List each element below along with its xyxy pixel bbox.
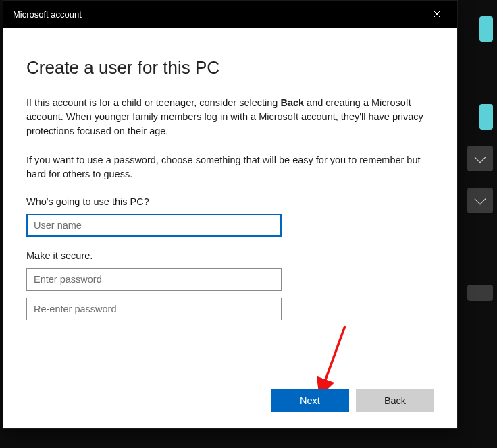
close-button[interactable] (423, 1, 450, 28)
who-label: Who's going to use this PC? (26, 196, 434, 207)
bg-expand-tile[interactable] (467, 188, 493, 213)
background-panel (463, 0, 497, 448)
back-button[interactable]: Back (356, 389, 434, 412)
reenter-password-field[interactable] (26, 298, 282, 320)
dialog-content: Create a user for this PC If this accoun… (3, 28, 457, 428)
next-button[interactable]: Next (271, 389, 349, 412)
secure-label: Make it secure. (26, 250, 434, 261)
bg-tile (479, 104, 493, 130)
bg-expand-tile[interactable] (467, 146, 493, 171)
intro-bold: Back (280, 97, 304, 108)
window-title: Microsoft account (13, 9, 423, 20)
username-field[interactable] (26, 214, 282, 237)
password-field[interactable] (26, 268, 282, 291)
titlebar: Microsoft account (3, 1, 457, 28)
microsoft-account-dialog: Microsoft account Create a user for this… (3, 0, 458, 429)
dialog-footer: Next Back (271, 389, 434, 412)
page-title: Create a user for this PC (26, 57, 434, 78)
intro-paragraph-1: If this account is for a child or teenag… (26, 96, 434, 138)
intro-paragraph-2: If you want to use a password, choose so… (26, 153, 434, 181)
chevron-down-icon (475, 152, 486, 163)
bg-tile (479, 16, 493, 42)
chevron-down-icon (475, 194, 486, 205)
close-icon (433, 10, 441, 18)
bg-tile (467, 285, 493, 301)
intro-text-a: If this account is for a child or teenag… (26, 97, 280, 108)
